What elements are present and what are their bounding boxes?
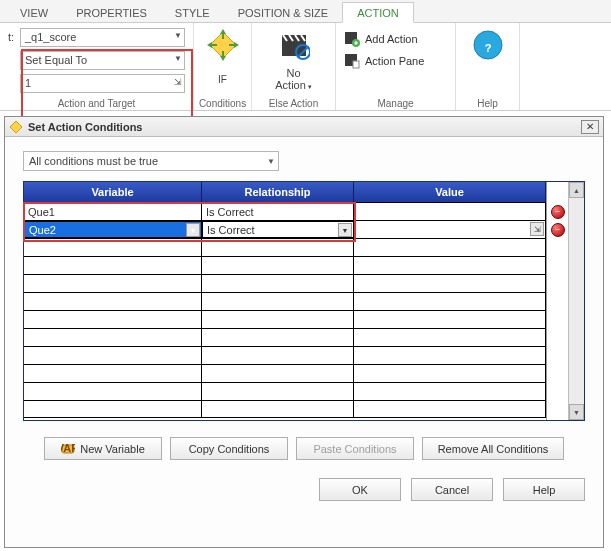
table-row[interactable] [24,274,546,292]
cell-relationship[interactable]: Is Correct ▼ [202,221,354,238]
if-label: IF [218,74,227,85]
cell-variable[interactable]: Que1 [24,203,202,220]
group-help: ? Help [456,23,520,110]
cell-value[interactable]: ⇲ [354,221,546,238]
col-value: Value [354,182,546,202]
dialog-icon [9,120,23,134]
if-button[interactable] [207,29,239,61]
group-title-conditions: Conditions [199,97,246,109]
remove-all-conditions-button[interactable]: Remove All Conditions [422,437,564,460]
else-action-button[interactable] [278,29,310,61]
delete-row-button[interactable]: － [551,205,565,219]
target-value: _q1_score [25,31,76,43]
group-action-target: t: _q1_score ▼ Set Equal To ▼ 1 ⇲ [0,23,194,110]
dialog-set-action-conditions: Set Action Conditions ✕ All conditions m… [4,116,604,548]
col-variable: Variable [24,182,202,202]
tab-style[interactable]: STYLE [161,3,224,22]
action-pane-button[interactable]: Action Pane [344,51,447,71]
table-row[interactable] [24,346,546,364]
chevron-down-icon: ▼ [174,31,182,40]
table-row[interactable]: Que1 Is Correct [24,202,546,220]
conditions-table: Variable Relationship Value Que1 Is Corr… [23,181,585,421]
clapper-pane-icon [344,53,360,69]
table-row[interactable] [24,328,546,346]
table-row[interactable] [24,238,546,256]
table-row[interactable] [24,382,546,400]
close-button[interactable]: ✕ [581,120,599,134]
value-text: 1 [25,77,31,89]
scrollbar[interactable]: ▲ ▼ [568,182,584,420]
svg-marker-4 [234,42,239,48]
variable-icon: VAR [61,442,75,456]
delete-column: － － [546,182,568,420]
table-row[interactable] [24,310,546,328]
group-conditions: IF Conditions [194,23,252,110]
group-manage: Add Action Action Pane Manage [336,23,456,110]
operation-value: Set Equal To [25,54,87,66]
svg-text:?: ? [484,42,491,54]
dialog-ok-row: OK Cancel Help [23,478,585,501]
cancel-button[interactable]: Cancel [411,478,493,501]
group-title-help: Help [477,97,498,109]
col-relationship: Relationship [202,182,354,202]
tab-position-size[interactable]: POSITION & SIZE [224,3,342,22]
help-icon: ? [472,29,504,61]
svg-marker-2 [220,56,226,61]
ok-button[interactable]: OK [319,478,401,501]
svg-rect-14 [353,61,359,68]
table-row[interactable]: Que2 ▼ Is Correct ▼ ⇲ [24,220,546,238]
group-title-else: Else Action [269,97,318,109]
svg-rect-13 [345,54,357,57]
target-dropdown[interactable]: _q1_score ▼ [20,28,185,47]
expand-icon[interactable]: ⇲ [530,222,544,236]
table-header: Variable Relationship Value [24,182,546,202]
chevron-down-icon[interactable]: ▼ [338,223,352,237]
table-row[interactable] [24,400,546,418]
svg-marker-18 [10,121,22,133]
table-row[interactable] [24,292,546,310]
tab-action[interactable]: ACTION [342,2,414,23]
help-button[interactable]: Help [503,478,585,501]
expand-icon: ⇲ [174,77,182,87]
target-label: t: [8,31,20,43]
group-title-action-target: Action and Target [8,97,185,109]
clapper-icon [278,29,310,61]
operation-dropdown[interactable]: Set Equal To ▼ [20,51,185,70]
table-row[interactable] [24,364,546,382]
cell-variable[interactable]: Que2 ▼ [24,221,202,238]
svg-marker-1 [220,29,226,34]
cell-value[interactable] [354,203,546,220]
dialog-button-row: VAR New Variable Copy Conditions Paste C… [23,437,585,460]
clapper-add-icon [344,31,360,47]
add-action-button[interactable]: Add Action [344,29,447,49]
delete-row-button[interactable]: － [551,223,565,237]
svg-marker-3 [207,42,212,48]
table-row[interactable] [24,256,546,274]
if-icon [207,29,239,61]
scroll-up-icon[interactable]: ▲ [569,182,584,198]
help-button[interactable]: ? [472,29,504,61]
svg-text:VAR: VAR [61,442,75,454]
condition-mode-value: All conditions must be true [29,155,158,167]
dialog-titlebar: Set Action Conditions ✕ [5,117,603,137]
svg-rect-10 [345,32,357,35]
else-action-label: NoAction ▾ [275,67,312,91]
tab-properties[interactable]: PROPERTIES [62,3,161,22]
new-variable-button[interactable]: VAR New Variable [44,437,162,460]
action-pane-label: Action Pane [365,55,424,67]
chevron-down-icon: ▼ [267,157,275,166]
tab-view[interactable]: VIEW [6,3,62,22]
chevron-down-icon: ▼ [174,54,182,63]
group-else-action: NoAction ▾ Else Action [252,23,336,110]
group-title-manage: Manage [344,97,447,109]
dialog-title: Set Action Conditions [28,121,581,133]
paste-conditions-button: Paste Conditions [296,437,414,460]
copy-conditions-button[interactable]: Copy Conditions [170,437,288,460]
scroll-down-icon[interactable]: ▼ [569,404,584,420]
ribbon-tabs: VIEW PROPERTIES STYLE POSITION & SIZE AC… [0,0,611,23]
condition-mode-dropdown[interactable]: All conditions must be true ▼ [23,151,279,171]
chevron-down-icon[interactable]: ▼ [186,223,200,237]
add-action-label: Add Action [365,33,418,45]
value-input[interactable]: 1 ⇲ [20,74,185,93]
cell-relationship[interactable]: Is Correct [202,203,354,220]
